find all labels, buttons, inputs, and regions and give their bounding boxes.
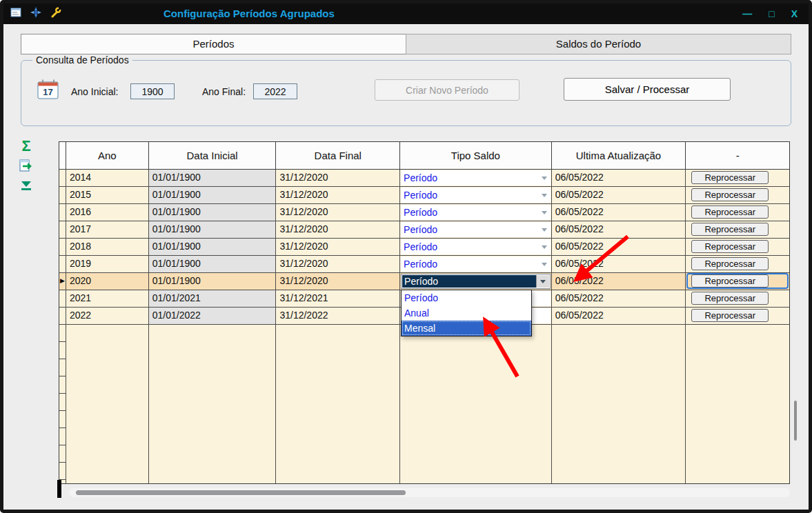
tipo-saldo-combo[interactable]: Período bbox=[401, 239, 551, 254]
reprocessar-button[interactable]: Reprocessar bbox=[691, 223, 769, 236]
empty-cell bbox=[149, 342, 277, 359]
empty-cell bbox=[276, 359, 400, 376]
reprocessar-button[interactable]: Reprocessar bbox=[691, 240, 769, 253]
reprocessar-button[interactable]: Reprocessar bbox=[691, 274, 769, 288]
tipo-saldo-combo[interactable]: Período bbox=[401, 170, 551, 185]
tipo-saldo-combo[interactable]: Período bbox=[401, 222, 551, 237]
column-header[interactable]: Ultima Atualização bbox=[552, 142, 686, 170]
caret-down-icon bbox=[542, 211, 547, 214]
dropdown-option[interactable]: Anual bbox=[402, 305, 531, 321]
table-row[interactable]: 201801/01/190031/12/2020Período06/05/202… bbox=[59, 239, 789, 256]
empty-cell bbox=[686, 480, 789, 484]
reprocessar-button[interactable]: Reprocessar bbox=[691, 309, 769, 322]
cell-ultima-atualizacao: 06/05/2022 bbox=[552, 187, 686, 204]
reprocessar-button[interactable]: Reprocessar bbox=[691, 171, 769, 184]
empty-cell bbox=[149, 445, 277, 463]
column-header[interactable]: - bbox=[686, 142, 789, 170]
close-button[interactable]: X bbox=[791, 8, 798, 19]
reprocessar-button[interactable]: Reprocessar bbox=[691, 188, 769, 201]
empty-cell bbox=[66, 376, 149, 394]
table-row[interactable]: 201401/01/190031/12/2020Período06/05/202… bbox=[59, 170, 789, 187]
horizontal-scrollbar-thumb[interactable] bbox=[76, 490, 406, 495]
column-header[interactable]: Data Inicial bbox=[149, 142, 277, 170]
sum-icon[interactable]: Σ bbox=[21, 139, 30, 154]
tipo-saldo-combo[interactable]: Período bbox=[401, 256, 551, 272]
form-icon[interactable] bbox=[10, 8, 21, 20]
cell-tipo-saldo: Período bbox=[400, 239, 552, 256]
tipo-saldo-dropdown: PeríodoAnualMensal bbox=[401, 290, 532, 336]
grid-bottom-indicator bbox=[57, 480, 61, 498]
tipo-saldo-editor[interactable]: Período bbox=[401, 274, 551, 289]
side-toolbar: Σ bbox=[13, 139, 39, 194]
row-indicator bbox=[59, 170, 66, 187]
cell-ano: 2019 bbox=[66, 256, 149, 273]
criar-novo-periodo-button[interactable]: Criar Novo Período bbox=[375, 79, 519, 101]
vertical-scrollbar-thumb[interactable] bbox=[794, 401, 797, 441]
tipo-saldo-combo[interactable]: Período bbox=[401, 188, 551, 203]
dropdown-button[interactable] bbox=[536, 275, 549, 288]
table-row[interactable]: 201701/01/190031/12/2020Período06/05/202… bbox=[59, 221, 789, 239]
table-row[interactable]: 201901/01/190031/12/2020Período06/05/202… bbox=[59, 256, 789, 273]
empty-cell bbox=[400, 359, 552, 376]
reprocessar-button[interactable]: Reprocessar bbox=[691, 205, 769, 219]
wrench-icon[interactable] bbox=[50, 7, 61, 21]
cell-ano: 2022 bbox=[66, 308, 149, 325]
dropdown-option[interactable]: Período bbox=[402, 290, 531, 305]
reprocessar-button[interactable]: Reprocessar bbox=[691, 292, 769, 305]
empty-cell bbox=[400, 463, 552, 480]
calendar-day: 17 bbox=[43, 87, 52, 97]
cell-action: Reprocessar bbox=[686, 170, 789, 187]
caret-down-icon bbox=[542, 177, 547, 180]
column-header[interactable]: Data Final bbox=[276, 142, 400, 170]
row-indicator bbox=[59, 221, 66, 239]
tab-periodos[interactable]: Períodos bbox=[21, 34, 406, 54]
cell-ultima-atualizacao: 06/05/2022 bbox=[552, 204, 686, 221]
caret-down-icon bbox=[542, 228, 547, 232]
table-row[interactable]: 201601/01/190031/12/2020Período06/05/202… bbox=[59, 204, 789, 221]
ano-inicial-input[interactable] bbox=[130, 83, 175, 99]
components-icon[interactable] bbox=[30, 7, 41, 21]
groupbox-title: Consulta de Períodos bbox=[32, 54, 132, 66]
empty-cell bbox=[686, 376, 789, 394]
last-record-icon[interactable] bbox=[20, 181, 32, 194]
row-indicator bbox=[59, 445, 66, 463]
empty-row bbox=[59, 359, 789, 376]
horizontal-scrollbar[interactable] bbox=[69, 488, 790, 497]
column-header[interactable]: Ano bbox=[66, 142, 149, 170]
empty-cell bbox=[686, 342, 789, 359]
salvar-processar-button[interactable]: Salvar / Processar bbox=[564, 78, 731, 101]
empty-cell bbox=[686, 411, 789, 428]
ano-final-input[interactable] bbox=[253, 83, 297, 99]
window-controls: — □ X bbox=[742, 3, 798, 24]
minimize-button[interactable]: — bbox=[742, 8, 752, 19]
reprocessar-button[interactable]: Reprocessar bbox=[691, 257, 769, 270]
cell-tipo-saldo: Período bbox=[400, 221, 552, 239]
export-grid-icon[interactable] bbox=[19, 159, 34, 175]
tab-saldos-do-periodo[interactable]: Saldos do Período bbox=[406, 34, 791, 54]
empty-cell bbox=[276, 411, 400, 428]
column-header-indicator bbox=[59, 142, 66, 170]
cell-tipo-saldo: Período bbox=[400, 204, 552, 221]
maximize-button[interactable]: □ bbox=[769, 8, 774, 19]
row-indicator bbox=[59, 411, 66, 428]
cell-data-inicial: 01/01/1900 bbox=[149, 204, 277, 221]
empty-cell bbox=[552, 376, 686, 394]
cell-tipo-saldo: Período bbox=[400, 187, 552, 204]
empty-cell bbox=[66, 428, 149, 445]
empty-row bbox=[59, 445, 789, 463]
table-row[interactable]: 201501/01/190031/12/2020Período06/05/202… bbox=[59, 187, 789, 204]
table-row[interactable]: ▶202001/01/190031/12/2020Período06/05/20… bbox=[59, 273, 789, 290]
cell-ano: 2014 bbox=[66, 170, 149, 187]
empty-row bbox=[59, 376, 789, 394]
title-bar[interactable]: Configuração Períodos Agrupados — □ X bbox=[3, 3, 809, 24]
empty-cell bbox=[552, 342, 686, 359]
empty-cell bbox=[552, 325, 686, 342]
empty-cell bbox=[149, 428, 277, 445]
cell-data-inicial: 01/01/2021 bbox=[149, 290, 277, 308]
empty-cell bbox=[276, 394, 400, 411]
dropdown-option[interactable]: Mensal bbox=[402, 321, 531, 336]
column-header[interactable]: Tipo Saldo bbox=[400, 142, 552, 170]
empty-cell bbox=[686, 394, 789, 411]
tipo-saldo-combo[interactable]: Período bbox=[401, 205, 551, 220]
editor-selected-text: Período bbox=[402, 275, 536, 288]
